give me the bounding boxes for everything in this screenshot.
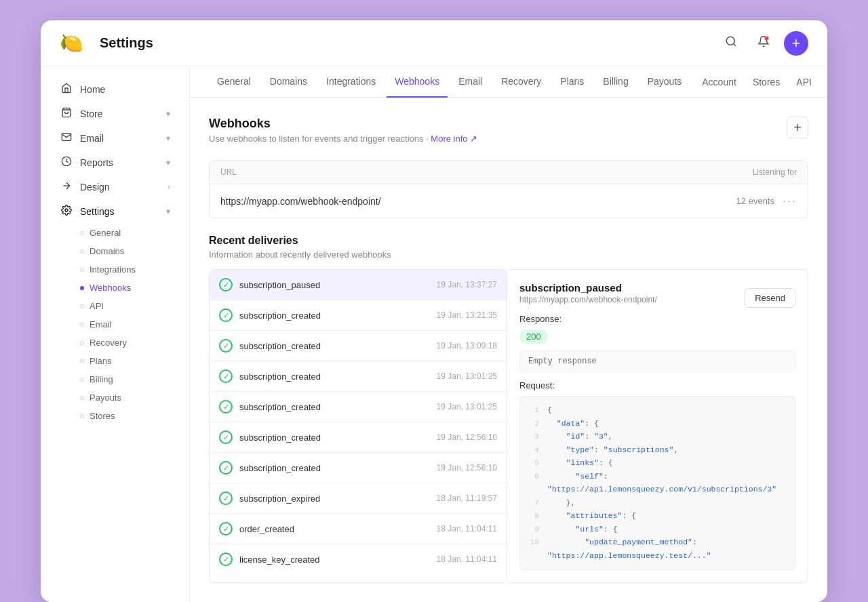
sidebar-subitem-api[interactable]: API [46, 297, 184, 315]
sidebar-item-label: Settings [80, 206, 115, 217]
tab-api[interactable]: API [789, 67, 818, 97]
tab-email[interactable]: Email [450, 66, 490, 98]
tab-billing[interactable]: Billing [595, 66, 636, 98]
webhook-events: 12 events [736, 196, 774, 206]
empty-response: Empty response [519, 350, 795, 372]
check-icon: ✓ [219, 430, 233, 444]
search-button[interactable] [719, 31, 743, 56]
delivery-name: subscription_created [239, 341, 430, 351]
tab-payouts[interactable]: Payouts [639, 66, 690, 98]
webhooks-table: URL Listening for https://myapp.com/webh… [209, 160, 808, 218]
sidebar-item-email[interactable]: Email ▾ [46, 126, 184, 150]
delivery-row[interactable]: ✓ subscription_created 19 Jan, 12:56:10 [210, 453, 507, 483]
sidebar-item-design[interactable]: Design › [46, 175, 184, 199]
check-icon: ✓ [219, 278, 233, 292]
home-icon [60, 83, 73, 96]
sidebar-subitem-plans[interactable]: Plans [46, 352, 184, 370]
dot-icon [80, 231, 84, 235]
status-badge: 200 [519, 329, 548, 344]
webhooks-desc: Use webhooks to listen for events and tr… [209, 134, 477, 144]
tab-account[interactable]: Account [695, 67, 743, 97]
delivery-name: subscription_paused [239, 280, 430, 290]
col-url: URL [220, 167, 753, 177]
delivery-time: 19 Jan, 13:01:25 [437, 372, 497, 381]
dot-icon [80, 304, 84, 308]
check-icon: ✓ [219, 369, 233, 383]
email-icon [60, 132, 73, 145]
delivery-name: license_key_created [239, 555, 430, 565]
chevron-right-icon: › [167, 182, 170, 192]
add-button[interactable]: + [784, 31, 808, 56]
delivery-row[interactable]: ✓ subscription_created 19 Jan, 13:21:35 [210, 300, 507, 331]
sidebar-item-reports[interactable]: Reports ▾ [46, 150, 184, 175]
design-icon [60, 180, 73, 194]
more-options-button[interactable]: ··· [783, 194, 797, 208]
more-info-link[interactable]: More info ↗ [431, 134, 477, 144]
svg-point-2 [765, 37, 769, 41]
sidebar-item-settings[interactable]: Settings ▾ [46, 199, 184, 224]
code-line: 3 "id": "3", [527, 430, 788, 443]
sidebar-item-store[interactable]: Store ▾ [46, 102, 184, 126]
tab-recovery[interactable]: Recovery [493, 66, 549, 98]
code-line: 4 "type": "subscriptions", [527, 443, 788, 457]
tab-webhooks[interactable]: Webhooks [387, 66, 448, 98]
chevron-down-icon: ▾ [166, 109, 170, 119]
recent-deliveries-section: Recent deliveries Information about rece… [209, 235, 808, 583]
sidebar-subitem-integrations[interactable]: Integrations [46, 260, 184, 279]
response-label: Response: [519, 314, 795, 324]
tab-integrations[interactable]: Integrations [318, 66, 384, 98]
search-icon [725, 35, 737, 51]
delivery-time: 19 Jan, 13:21:35 [437, 310, 497, 320]
webhooks-section-header: Webhooks Use webhooks to listen for even… [209, 117, 808, 144]
svg-point-6 [65, 209, 68, 212]
tab-general[interactable]: General [209, 66, 259, 98]
add-webhook-button[interactable]: + [787, 117, 808, 138]
sidebar-item-label: Design [80, 182, 110, 193]
sidebar-subitem-webhooks[interactable]: Webhooks [46, 279, 184, 297]
sidebar-subitem-payouts[interactable]: Payouts [46, 388, 184, 407]
notifications-button[interactable] [751, 31, 776, 56]
delivery-name: subscription_created [239, 372, 430, 382]
table-header: URL Listening for [210, 161, 808, 184]
resend-button[interactable]: Resend [745, 288, 795, 308]
delivery-name: subscription_expired [239, 494, 430, 504]
delivery-row[interactable]: ✓ subscription_created 19 Jan, 12:56:10 [210, 422, 507, 453]
check-icon: ✓ [219, 308, 233, 322]
svg-line-1 [733, 43, 735, 45]
delivery-row[interactable]: ✓ subscription_created 19 Jan, 13:01:25 [210, 392, 507, 422]
delivery-row[interactable]: ✓ license_key_created 18 Jan, 11:04:11 [210, 544, 507, 574]
delivery-row[interactable]: ✓ subscription_created 19 Jan, 13:09:18 [210, 331, 507, 361]
page-title: Settings [100, 35, 719, 51]
delivery-row[interactable]: ✓ subscription_paused 19 Jan, 13:37:27 [210, 270, 507, 300]
check-icon: ✓ [219, 400, 233, 414]
delivery-name: subscription_created [239, 463, 430, 473]
sidebar-item-label: Reports [80, 157, 113, 168]
deliveries-panel: ✓ subscription_paused 19 Jan, 13:37:27 ✓… [209, 269, 507, 583]
delivery-row[interactable]: ✓ order_created 18 Jan, 11:04:11 [210, 514, 507, 544]
delivery-row[interactable]: ✓ subscription_expired 18 Jan, 11:19:57 [210, 483, 507, 514]
dot-icon [80, 414, 84, 418]
deliveries-title: Recent deliveries [209, 235, 808, 247]
sidebar-item-home[interactable]: Home [46, 77, 184, 102]
delivery-time: 19 Jan, 12:56:10 [437, 463, 497, 473]
code-line: 1 { [527, 403, 788, 417]
dot-icon [80, 249, 84, 254]
code-line: 9 "urls": { [527, 523, 788, 536]
tab-plans[interactable]: Plans [552, 66, 592, 98]
delivery-row[interactable]: ✓ subscription_created 19 Jan, 13:01:25 [210, 361, 507, 392]
deliveries-desc: Information about recently delivered web… [209, 249, 808, 260]
col-listening: Listening for [753, 167, 797, 177]
sidebar-subitem-email[interactable]: Email [46, 315, 184, 334]
webhook-row[interactable]: https://myapp.com/webhook-endpoint/ 12 e… [210, 184, 808, 218]
tab-stores[interactable]: Stores [746, 67, 787, 97]
sidebar-subitem-stores[interactable]: Stores [46, 407, 184, 425]
delivery-name: subscription_created [239, 433, 430, 443]
sidebar-subitem-domains[interactable]: Domains [46, 242, 184, 260]
dot-icon [80, 323, 84, 327]
tab-domains[interactable]: Domains [262, 66, 315, 98]
sidebar-subitem-billing[interactable]: Billing [46, 370, 184, 388]
dot-icon [80, 268, 84, 272]
sidebar-subitem-general[interactable]: General [46, 224, 184, 242]
sidebar-subitem-recovery[interactable]: Recovery [46, 334, 184, 352]
delivery-time: 18 Jan, 11:04:11 [437, 524, 497, 534]
